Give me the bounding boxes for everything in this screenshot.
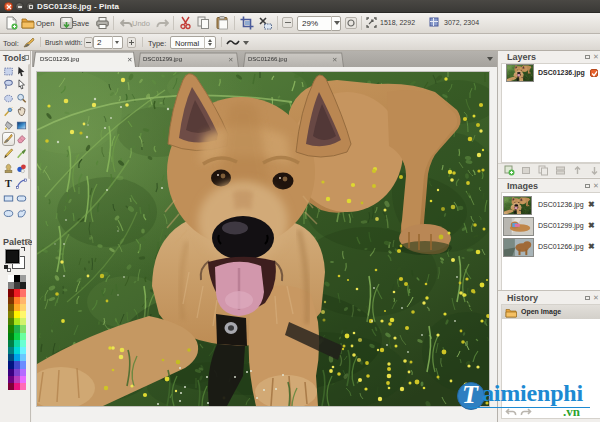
svg-text:T: T — [5, 178, 12, 189]
